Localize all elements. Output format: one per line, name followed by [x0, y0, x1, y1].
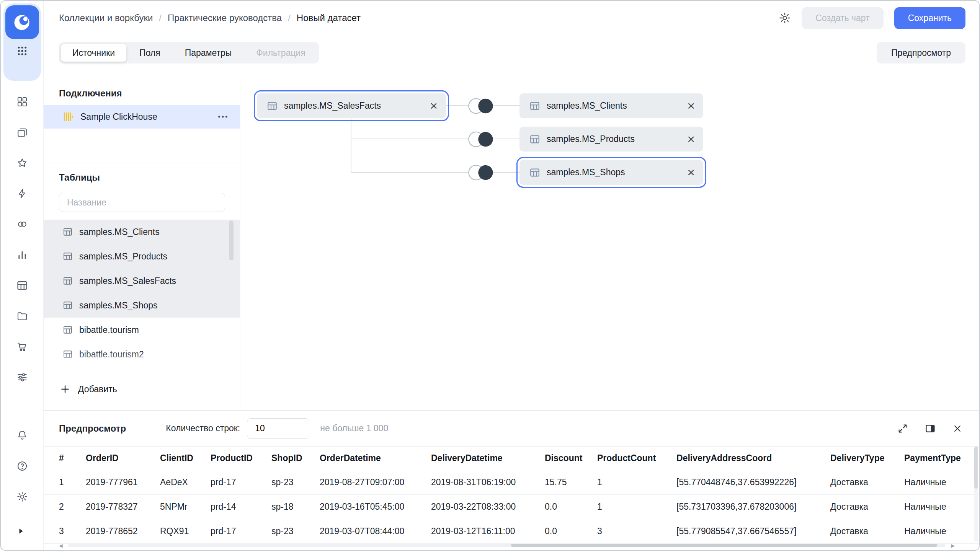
cell-delivery-datetime: 2019-03-12T16:11:00	[431, 526, 545, 536]
datalens-logo[interactable]	[5, 5, 39, 39]
column-header[interactable]: DeliveryDatetime	[431, 453, 545, 463]
cell-product-count: 3	[597, 526, 676, 536]
table-list-item[interactable]: bibattle.tourism2	[44, 342, 240, 367]
table-icon	[63, 276, 73, 286]
tab-parameters[interactable]: Параметры	[173, 44, 243, 62]
column-header[interactable]: OrderDatetime	[320, 453, 431, 463]
cell-order-id: 2019-777961	[86, 477, 160, 487]
tab-fields[interactable]: Поля	[128, 44, 172, 62]
column-header[interactable]: ProductCount	[597, 453, 676, 463]
table-icon	[63, 349, 73, 359]
breadcrumb-current: Новый датасет	[297, 13, 361, 23]
column-header[interactable]: Discount	[545, 453, 597, 463]
column-header[interactable]: DeliveryType	[830, 453, 904, 463]
table-list-item[interactable]: samples.MS_Products	[44, 244, 240, 269]
marketplace-icon[interactable]	[1, 331, 43, 362]
horizontal-scrollbar-thumb[interactable]	[511, 544, 937, 547]
table-list-item[interactable]: bibattle.tourism	[44, 318, 240, 342]
tables-scrollbar[interactable]	[229, 220, 234, 260]
preview-table: # OrderID ClientID ProductID ShopID Orde…	[44, 446, 979, 544]
table-row: 1 2019-777961 AeDeX prd-17 sp-23 2019-08…	[44, 470, 979, 495]
table-list-item[interactable]: samples.MS_Shops	[44, 293, 240, 318]
table-icon	[63, 227, 73, 237]
expand-sidebar-icon[interactable]	[1, 512, 43, 550]
panel-divider	[44, 163, 240, 163]
connections-title: Подключения	[59, 88, 240, 99]
inner-join-icon[interactable]	[466, 130, 495, 148]
fullscreen-icon[interactable]	[897, 423, 908, 434]
tab-sources[interactable]: Источники	[61, 44, 126, 62]
notifications-icon[interactable]	[1, 420, 43, 451]
cell-row-number: 3	[59, 526, 86, 536]
datalens-logo-icon	[11, 11, 33, 33]
cell-client-id: RQX91	[160, 526, 211, 536]
charts-icon[interactable]	[1, 240, 43, 270]
cell-product-count: 1	[597, 502, 676, 512]
vertical-scrollbar[interactable]	[974, 447, 978, 542]
scroll-right-icon[interactable]: ▸	[951, 542, 955, 549]
preview-toggle-button[interactable]: Предпросмотр	[877, 42, 965, 64]
cell-delivery-type: Доставка	[830, 502, 904, 512]
column-header[interactable]: #	[59, 453, 86, 463]
horizontal-scrollbar-track[interactable]	[68, 544, 946, 547]
cell-product-id: prd-14	[211, 502, 271, 512]
column-header[interactable]: ShopID	[271, 453, 320, 463]
inner-join-icon[interactable]	[466, 97, 495, 115]
settings-icon[interactable]	[1, 481, 43, 512]
tab-filtering[interactable]: Фильтрация	[245, 44, 317, 62]
tables-list: samples.MS_Clients samples.MS_Products s…	[44, 220, 240, 375]
create-chart-button[interactable]: Создать чарт	[802, 7, 883, 29]
storage-icon[interactable]	[1, 301, 43, 331]
close-preview-icon[interactable]	[952, 424, 962, 434]
breadcrumb-guides[interactable]: Практические руководства	[168, 13, 282, 23]
source-node[interactable]: samples.MS_Shops ×	[519, 160, 703, 185]
table-icon	[529, 134, 540, 145]
vertical-scrollbar-thumb[interactable]	[974, 447, 978, 489]
cell-discount: 0.0	[545, 502, 597, 512]
table-list-item[interactable]: samples.MS_Clients	[44, 220, 240, 244]
datasets-icon[interactable]	[1, 270, 43, 301]
inner-join-icon[interactable]	[466, 164, 495, 181]
sources-panel: Подключения Sample ClickHouse	[44, 79, 240, 410]
table-search-input[interactable]	[59, 193, 225, 212]
column-header[interactable]: PaymentType	[904, 453, 980, 463]
help-icon[interactable]	[1, 451, 43, 481]
dashboards-icon[interactable]	[1, 86, 43, 117]
add-table-button[interactable]: Добавить	[60, 380, 240, 398]
column-header[interactable]: DeliveryAddressCoord	[676, 453, 830, 463]
column-header[interactable]: OrderID	[86, 453, 160, 463]
tabs-segmented-control: Источники Поля Параметры Фильтрация	[59, 42, 319, 64]
remove-table-icon[interactable]: ×	[687, 100, 695, 112]
breadcrumb-separator: /	[288, 13, 291, 23]
row-count-input[interactable]	[247, 418, 309, 439]
table-icon	[63, 374, 73, 375]
column-header[interactable]: ProductID	[211, 453, 271, 463]
source-node-label: samples.MS_Clients	[547, 101, 627, 111]
connection-item-sample-clickhouse[interactable]: Sample ClickHouse	[44, 105, 240, 129]
joined-tables-column: samples.MS_Clients × samples.MS_Products…	[240, 93, 738, 185]
side-panel-icon[interactable]	[925, 423, 936, 434]
sidebar-nav	[1, 86, 43, 393]
table-list-item[interactable]: samples.MS_SalesFacts	[44, 269, 240, 293]
connections-icon[interactable]	[1, 209, 43, 240]
tables-title: Таблицы	[59, 172, 240, 183]
save-button[interactable]: Сохранить	[894, 7, 965, 29]
source-node-label: samples.MS_Products	[547, 134, 635, 144]
editor-icon[interactable]	[1, 178, 43, 209]
row-count-label: Количество строк:	[166, 423, 240, 434]
remove-table-icon[interactable]: ×	[687, 166, 695, 178]
remove-table-icon[interactable]: ×	[687, 133, 695, 145]
table-list-item-partial[interactable]	[44, 367, 240, 375]
favorites-icon[interactable]	[1, 148, 43, 178]
breadcrumb-collections[interactable]: Коллекции и воркбуки	[59, 13, 153, 23]
services-icon[interactable]	[1, 362, 43, 393]
apps-grid-icon[interactable]	[16, 45, 28, 57]
column-header[interactable]: ClientID	[160, 453, 211, 463]
dataset-settings-gear-icon[interactable]	[779, 12, 791, 24]
collections-icon[interactable]	[1, 117, 43, 148]
source-node[interactable]: samples.MS_Products ×	[519, 127, 703, 152]
scroll-left-icon[interactable]: ◂	[59, 542, 63, 549]
more-menu-icon[interactable]	[217, 111, 229, 122]
cell-discount: 0.0	[545, 526, 597, 536]
source-node[interactable]: samples.MS_Clients ×	[519, 93, 703, 118]
